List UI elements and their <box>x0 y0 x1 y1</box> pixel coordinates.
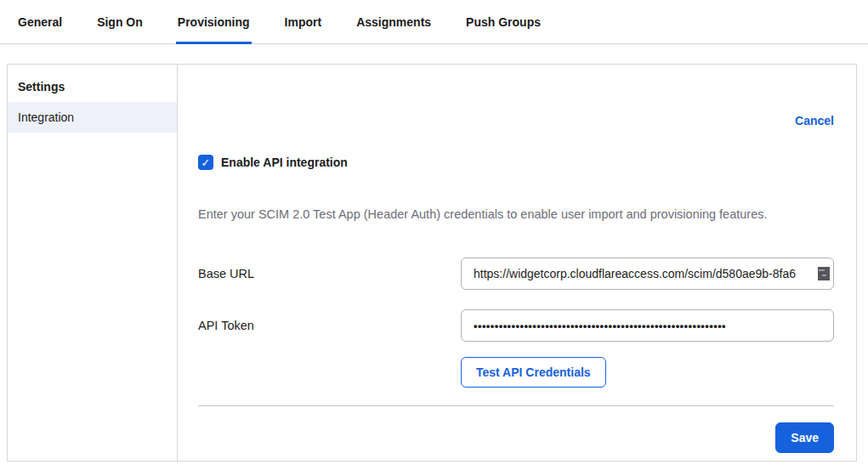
base-url-label: Base URL <box>198 267 461 280</box>
tab-general[interactable]: General <box>16 15 64 44</box>
base-url-row: Base URL <box>198 258 834 290</box>
credentials-description: Enter your SCIM 2.0 Test App (Header Aut… <box>198 207 834 221</box>
tab-assignments[interactable]: Assignments <box>355 15 433 44</box>
base-url-input[interactable] <box>461 258 834 290</box>
tab-sign-on[interactable]: Sign On <box>95 15 145 44</box>
tab-provisioning[interactable]: Provisioning <box>176 15 252 44</box>
save-button[interactable]: Save <box>775 422 834 453</box>
app-tab-bar: General Sign On Provisioning Import Assi… <box>0 0 868 44</box>
test-api-credentials-button[interactable]: Test API Credentials <box>461 357 606 388</box>
api-token-label: API Token <box>198 319 461 332</box>
provisioning-panel: Settings Integration Cancel ✓ Enable API… <box>7 64 857 462</box>
enable-api-integration-label: Enable API integration <box>221 156 348 169</box>
integration-settings-content: Cancel ✓ Enable API integration Enter yo… <box>178 65 856 461</box>
api-token-row: API Token <box>198 309 834 342</box>
checkmark-icon: ✓ <box>201 156 211 169</box>
tab-push-groups[interactable]: Push Groups <box>464 15 542 44</box>
text-selection-block-icon <box>818 267 830 280</box>
sidebar-heading: Settings <box>8 71 177 102</box>
sidebar-item-integration[interactable]: Integration <box>8 102 177 133</box>
settings-sidebar: Settings Integration <box>8 65 178 461</box>
footer-divider <box>198 405 834 406</box>
enable-api-integration-checkbox[interactable]: ✓ <box>198 155 213 170</box>
cancel-link[interactable]: Cancel <box>795 114 834 127</box>
api-token-input[interactable] <box>461 309 834 342</box>
tab-import[interactable]: Import <box>283 15 324 44</box>
